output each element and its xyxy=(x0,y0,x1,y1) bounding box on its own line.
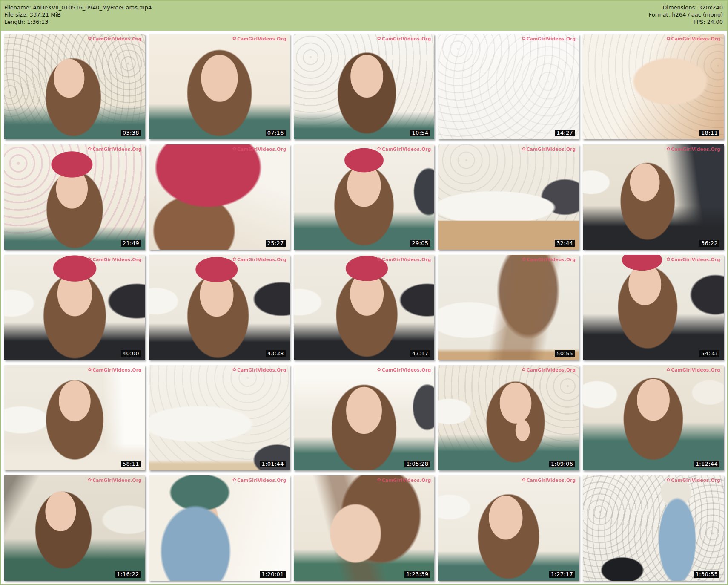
header-info-line: Dimensions: 320x240 xyxy=(649,4,723,11)
timestamp-badge: 18:11 xyxy=(699,130,719,136)
watermark-text: CamGirlVideos.Org xyxy=(237,367,286,372)
thumbnail-image xyxy=(438,255,579,360)
video-thumbnail: ✿ CamGirlVideos.Org 50:55 xyxy=(438,255,579,360)
camgirlvideos-logo-icon: ✿ xyxy=(522,147,525,151)
watermark-text: CamGirlVideos.Org xyxy=(671,257,720,262)
header-info-line: Filename: AnDeXVII_010516_0940_MyFreeCam… xyxy=(4,4,152,11)
thumbnail-image xyxy=(294,34,435,139)
thumbnail-image xyxy=(583,255,724,360)
camgirlvideos-logo-icon: ✿ xyxy=(522,478,525,482)
video-thumbnail: ✿ CamGirlVideos.Org 1:16:22 xyxy=(4,475,145,581)
camgirlvideos-logo-icon: ✿ xyxy=(666,37,670,41)
camgirlvideos-logo-icon: ✿ xyxy=(522,368,525,372)
watermark: ✿ CamGirlVideos.Org xyxy=(377,478,431,483)
watermark-text: CamGirlVideos.Org xyxy=(382,36,431,41)
video-thumbnail: ✿ CamGirlVideos.Org 32:44 xyxy=(438,144,579,250)
thumbnail-image xyxy=(149,475,290,581)
watermark-text: CamGirlVideos.Org xyxy=(527,367,576,372)
timestamp-badge: 47:17 xyxy=(410,350,430,357)
watermark: ✿ CamGirlVideos.Org xyxy=(377,36,431,41)
watermark-text: CamGirlVideos.Org xyxy=(92,257,141,262)
video-thumbnail: ✿ CamGirlVideos.Org 18:11 xyxy=(583,34,724,139)
timestamp-badge: 50:55 xyxy=(555,350,575,357)
header-info-line: FPS: 24.00 xyxy=(649,19,723,26)
thumbnail-image xyxy=(149,34,290,139)
watermark: ✿ CamGirlVideos.Org xyxy=(232,36,287,41)
timestamp-badge: 40:00 xyxy=(121,350,141,357)
watermark-text: CamGirlVideos.Org xyxy=(382,478,431,483)
watermark: ✿ CamGirlVideos.Org xyxy=(88,257,142,262)
timestamp-badge: 54:33 xyxy=(699,350,719,357)
camgirlvideos-logo-icon: ✿ xyxy=(377,147,381,151)
camgirlvideos-logo-icon: ✿ xyxy=(666,147,670,151)
thumbnail-image xyxy=(294,255,435,360)
watermark: ✿ CamGirlVideos.Org xyxy=(522,36,576,41)
camgirlvideos-logo-icon: ✿ xyxy=(232,368,236,372)
thumbnail-image xyxy=(4,365,145,470)
header-info-line: File size: 337.21 MiB xyxy=(4,12,152,18)
camgirlvideos-logo-icon: ✿ xyxy=(88,147,92,151)
watermark: ✿ CamGirlVideos.Org xyxy=(522,147,576,152)
watermark-text: CamGirlVideos.Org xyxy=(671,478,720,483)
watermark: ✿ CamGirlVideos.Org xyxy=(232,478,287,483)
video-thumbnail: ✿ CamGirlVideos.Org 36:22 xyxy=(583,144,724,250)
watermark-text: CamGirlVideos.Org xyxy=(237,257,286,262)
camgirlvideos-logo-icon: ✿ xyxy=(377,37,381,41)
timestamp-badge: 14:27 xyxy=(555,130,575,136)
watermark: ✿ CamGirlVideos.Org xyxy=(377,367,431,372)
timestamp-badge: 29:05 xyxy=(410,240,430,247)
thumbnail-image xyxy=(149,144,290,250)
camgirlvideos-logo-icon: ✿ xyxy=(88,368,92,372)
video-thumbnail: ✿ CamGirlVideos.Org 14:27 xyxy=(438,34,579,139)
watermark: ✿ CamGirlVideos.Org xyxy=(88,478,142,483)
thumbnail-image xyxy=(4,144,145,250)
watermark-text: CamGirlVideos.Org xyxy=(527,147,576,152)
video-thumbnail: ✿ CamGirlVideos.Org 1:27:17 xyxy=(438,475,579,581)
watermark-text: CamGirlVideos.Org xyxy=(382,257,431,262)
watermark: ✿ CamGirlVideos.Org xyxy=(232,147,287,152)
camgirlvideos-logo-icon: ✿ xyxy=(377,368,381,372)
camgirlvideos-logo-icon: ✿ xyxy=(88,257,92,262)
timestamp-badge: 36:22 xyxy=(699,240,719,247)
watermark-text: CamGirlVideos.Org xyxy=(237,36,286,41)
watermark-text: CamGirlVideos.Org xyxy=(671,36,720,41)
camgirlvideos-logo-icon: ✿ xyxy=(666,478,670,482)
video-thumbnail: ✿ CamGirlVideos.Org 25:27 xyxy=(149,144,290,250)
timestamp-badge: 1:01:44 xyxy=(260,461,285,467)
thumbnail-image xyxy=(149,365,290,470)
file-info-header: Filename: AnDeXVII_010516_0940_MyFreeCam… xyxy=(1,1,727,31)
watermark: ✿ CamGirlVideos.Org xyxy=(666,367,720,372)
watermark: ✿ CamGirlVideos.Org xyxy=(666,147,720,152)
thumbnail-image xyxy=(583,365,724,470)
video-thumbnail: ✿ CamGirlVideos.Org 07:16 xyxy=(149,34,290,139)
thumbnail-grid: ✿ CamGirlVideos.Org 03:38 ✿ CamGirlVideo… xyxy=(1,31,727,582)
video-thumbnail: ✿ CamGirlVideos.Org 10:54 xyxy=(294,34,435,139)
watermark-text: CamGirlVideos.Org xyxy=(382,147,431,152)
video-thumbnail: ✿ CamGirlVideos.Org 43:38 xyxy=(149,255,290,360)
video-thumbnail: ✿ CamGirlVideos.Org 1:23:39 xyxy=(294,475,435,581)
camgirlvideos-logo-icon: ✿ xyxy=(666,257,670,262)
timestamp-badge: 1:23:39 xyxy=(404,571,430,578)
watermark-text: CamGirlVideos.Org xyxy=(92,147,141,152)
thumbnail-image xyxy=(294,144,435,250)
watermark: ✿ CamGirlVideos.Org xyxy=(88,367,142,372)
camgirlvideos-logo-icon: ✿ xyxy=(88,478,92,482)
camgirlvideos-logo-icon: ✿ xyxy=(232,478,236,482)
watermark-text: CamGirlVideos.Org xyxy=(382,367,431,372)
watermark: ✿ CamGirlVideos.Org xyxy=(88,147,142,152)
watermark-text: CamGirlVideos.Org xyxy=(527,257,576,262)
file-info-right: Dimensions: 320x240 Format: h264 / aac (… xyxy=(649,4,723,31)
timestamp-badge: 1:05:28 xyxy=(404,461,430,467)
video-thumbnail: ✿ CamGirlVideos.Org 1:12:44 xyxy=(583,365,724,470)
thumbnail-image xyxy=(4,255,145,360)
thumbnail-image xyxy=(4,475,145,581)
camgirlvideos-logo-icon: ✿ xyxy=(666,368,670,372)
watermark-text: CamGirlVideos.Org xyxy=(527,478,576,483)
video-thumbnail: ✿ CamGirlVideos.Org 1:05:28 xyxy=(294,365,435,470)
watermark: ✿ CamGirlVideos.Org xyxy=(522,367,576,372)
watermark: ✿ CamGirlVideos.Org xyxy=(666,478,720,483)
video-thumbnail: ✿ CamGirlVideos.Org 47:17 xyxy=(294,255,435,360)
camgirlvideos-logo-icon: ✿ xyxy=(232,37,236,41)
watermark: ✿ CamGirlVideos.Org xyxy=(377,257,431,262)
watermark-text: CamGirlVideos.Org xyxy=(671,147,720,152)
